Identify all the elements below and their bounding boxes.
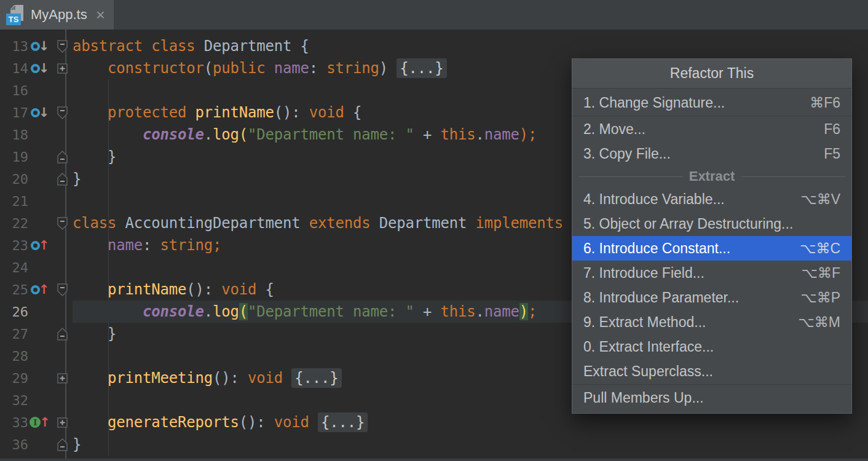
fold-marker-expanded-end[interactable] xyxy=(57,438,68,451)
code-text[interactable]: abstract class Department { xyxy=(73,35,309,57)
menu-separator xyxy=(572,116,851,116)
line-number[interactable]: 27 xyxy=(0,326,28,342)
code-text[interactable]: protected printName(): void { xyxy=(73,101,361,124)
gutter-icon-slot: I↑ xyxy=(28,416,52,429)
menu-item-extract-method[interactable]: 9. Extract Method...⌥⌘M xyxy=(572,310,851,334)
code-text[interactable]: class AccountingDepartment extends Depar… xyxy=(73,212,580,234)
close-tab-icon[interactable]: × xyxy=(96,7,105,23)
menu-item-shortcut: ⌘F6 xyxy=(810,95,840,111)
menu-item-label: 5. Object or Array Destructuring... xyxy=(583,216,840,232)
code-line: 33I↑ generateReports(): void {...} xyxy=(0,411,868,433)
menu-separator xyxy=(572,384,851,385)
editor-tab-bar: TS MyApp.ts × xyxy=(0,0,868,30)
code-text[interactable]: } xyxy=(73,433,81,455)
code-text[interactable]: } xyxy=(73,323,116,345)
fold-marker-slot xyxy=(52,438,73,451)
menu-item-introduce-parameter[interactable]: 8. Introduce Parameter...⌥⌘P xyxy=(572,285,851,310)
code-text[interactable]: console.log("Department name: " + this.n… xyxy=(73,301,537,323)
code-text[interactable]: console.log("Department name: " + this.n… xyxy=(73,124,537,146)
fold-marker-slot xyxy=(52,283,73,296)
fold-marker-collapsed[interactable] xyxy=(57,373,68,384)
code-text[interactable]: name: string; xyxy=(73,234,221,256)
fold-marker-slot xyxy=(52,373,73,384)
menu-item-extract-interface[interactable]: 0. Extract Interface... xyxy=(572,334,851,359)
menu-item-label: 4. Introduce Variable... xyxy=(583,191,789,208)
menu-item-pull-members-up[interactable]: Pull Members Up... xyxy=(572,385,851,410)
line-number[interactable]: 36 xyxy=(0,437,28,452)
overriding-method-icon[interactable]: ↑ xyxy=(31,283,50,296)
line-number[interactable]: 20 xyxy=(0,171,28,187)
code-text[interactable]: printMeeting(): void {...} xyxy=(73,367,342,389)
menu-item-extract-superclass[interactable]: Extract Superclass... xyxy=(572,359,851,384)
gutter-icon-slot: ↑ xyxy=(28,239,52,252)
line-number[interactable]: 32 xyxy=(0,393,28,408)
menu-item-move[interactable]: 2. Move...F6 xyxy=(572,117,851,141)
menu-item-label: 3. Copy File... xyxy=(583,146,813,162)
tab-label: MyApp.ts xyxy=(31,7,87,23)
gutter-icon-slot: ↑ xyxy=(28,283,52,296)
fold-marker-slot xyxy=(52,417,73,428)
line-number[interactable]: 21 xyxy=(0,194,28,209)
menu-item-label: 9. Extract Method... xyxy=(583,314,787,331)
code-line: 36} xyxy=(0,433,868,455)
refactor-this-popup: Refactor This 1. Change Signature...⌘F62… xyxy=(572,58,852,414)
overridden-method-icon[interactable]: ↓ xyxy=(31,62,50,75)
menu-item-shortcut: ⌥⌘M xyxy=(798,314,840,331)
popup-menu: 1. Change Signature...⌘F62. Move...F63. … xyxy=(572,89,851,413)
code-text[interactable]: } xyxy=(73,168,81,190)
menu-item-shortcut: ⌥⌘P xyxy=(800,290,840,306)
menu-item-object-or-array-destructuring[interactable]: 5. Object or Array Destructuring... xyxy=(572,211,851,236)
menu-item-copy-file[interactable]: 3. Copy File...F5 xyxy=(572,141,851,166)
menu-item-label: 6. Introduce Constant... xyxy=(583,240,789,257)
menu-item-shortcut: F6 xyxy=(824,121,840,138)
line-number[interactable]: 28 xyxy=(0,349,28,364)
code-text[interactable]: } xyxy=(73,146,116,168)
fold-marker-expanded-end[interactable] xyxy=(57,328,68,341)
code-text[interactable]: constructor(public name: string) {...} xyxy=(73,57,447,79)
overriding-method-icon[interactable]: ↑ xyxy=(31,239,50,252)
menu-item-shortcut: F5 xyxy=(824,146,840,162)
line-number[interactable]: 18 xyxy=(0,127,28,143)
tab-myapp-ts[interactable]: TS MyApp.ts × xyxy=(0,0,114,30)
line-number[interactable]: 13 xyxy=(0,39,28,54)
menu-item-introduce-field[interactable]: 7. Introduce Field...⌥⌘F xyxy=(572,261,851,285)
line-number[interactable]: 25 xyxy=(0,282,28,297)
line-number[interactable]: 29 xyxy=(0,371,28,386)
line-number[interactable]: 22 xyxy=(0,216,28,231)
implementing-method-icon[interactable]: I↑ xyxy=(30,416,50,429)
fold-marker-expanded-end[interactable] xyxy=(57,151,68,164)
menu-item-shortcut: ⌥⌘V xyxy=(800,191,840,208)
menu-item-label: Extract Superclass... xyxy=(583,363,840,380)
fold-marker-slot xyxy=(52,328,73,341)
fold-marker-slot xyxy=(52,63,73,74)
fold-marker-expanded-start[interactable] xyxy=(57,40,68,53)
line-number[interactable]: 24 xyxy=(0,260,28,275)
line-number[interactable]: 17 xyxy=(0,105,28,120)
code-text[interactable]: printName(): void { xyxy=(73,278,274,301)
line-number[interactable]: 33 xyxy=(0,415,28,430)
line-number[interactable]: 14 xyxy=(0,61,28,76)
fold-marker-expanded-start[interactable] xyxy=(57,106,68,119)
code-text[interactable]: generateReports(): void {...} xyxy=(73,411,368,433)
menu-item-introduce-variable[interactable]: 4. Introduce Variable...⌥⌘V xyxy=(572,187,851,211)
overridden-method-icon[interactable]: ↓ xyxy=(31,40,50,53)
menu-item-shortcut: ⌥⌘F xyxy=(801,265,840,282)
menu-item-introduce-constant[interactable]: 6. Introduce Constant...⌥⌘C xyxy=(572,236,851,261)
menu-item-label: 2. Move... xyxy=(583,121,813,138)
line-number[interactable]: 23 xyxy=(0,238,28,253)
fold-marker-slot xyxy=(52,217,73,230)
fold-marker-collapsed[interactable] xyxy=(57,63,68,74)
menu-item-label: 0. Extract Interface... xyxy=(583,339,840,355)
fold-marker-collapsed[interactable] xyxy=(57,417,68,428)
line-number[interactable]: 26 xyxy=(0,304,28,320)
fold-marker-expanded-start[interactable] xyxy=(57,217,68,230)
code-line: 13↓abstract class Department { xyxy=(0,35,868,57)
line-number[interactable]: 19 xyxy=(0,149,28,165)
fold-marker-expanded-start[interactable] xyxy=(57,283,68,296)
menu-item-change-signature[interactable]: 1. Change Signature...⌘F6 xyxy=(572,90,851,115)
fold-marker-expanded-end[interactable] xyxy=(57,173,68,186)
fold-marker-slot xyxy=(52,173,73,186)
popup-title: Refactor This xyxy=(572,59,851,89)
line-number[interactable]: 16 xyxy=(0,83,28,98)
overridden-method-icon[interactable]: ↓ xyxy=(31,106,50,119)
